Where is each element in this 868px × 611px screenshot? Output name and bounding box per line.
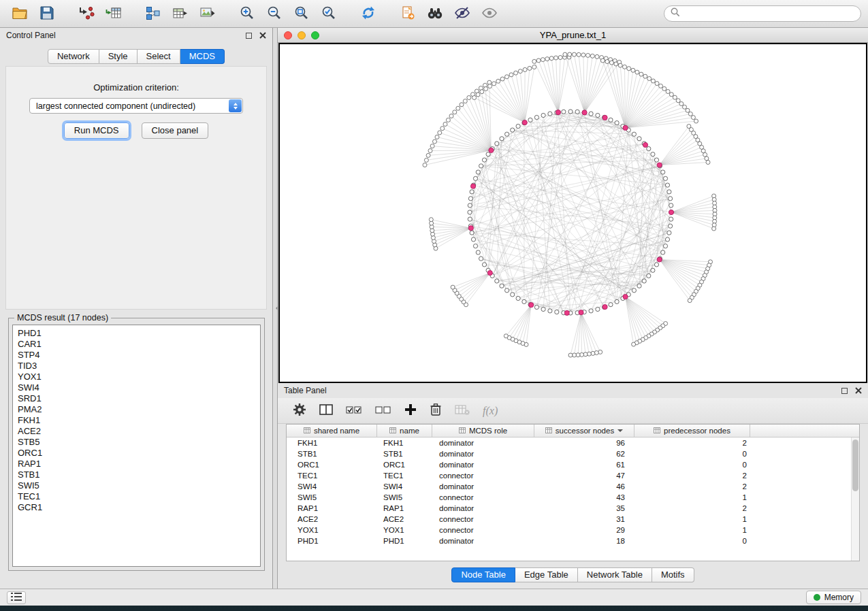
column-header-shared-name[interactable]: shared name — [287, 425, 377, 437]
mcds-result-item[interactable]: SRD1 — [18, 393, 255, 404]
table-cell: connector — [432, 515, 534, 523]
zoom-in-button[interactable] — [234, 3, 259, 24]
mcds-result-item[interactable]: GCR1 — [18, 502, 255, 513]
status-menu-button[interactable] — [7, 591, 26, 604]
zoom-out-button[interactable] — [261, 3, 287, 24]
table-cell: SWI4 — [377, 482, 432, 491]
float-table-panel-icon[interactable] — [841, 388, 848, 394]
window-zoom-light[interactable] — [311, 31, 319, 39]
mcds-result-item[interactable]: PMA2 — [18, 404, 255, 415]
delete-column-button[interactable] — [430, 403, 442, 418]
mcds-result-groupbox: MCDS result (17 nodes) PHD1CAR1STP4TID3Y… — [8, 318, 265, 571]
zoom-in-icon — [240, 5, 255, 22]
window-close-light[interactable] — [284, 31, 292, 39]
table-cell: 1 — [634, 515, 750, 523]
plus-icon — [404, 403, 417, 418]
table-row[interactable]: ORC1ORC1dominator610 — [287, 459, 859, 470]
mcds-result-item[interactable]: ACE2 — [18, 426, 255, 437]
mcds-result-item[interactable]: CAR1 — [18, 339, 255, 350]
mcds-result-item[interactable]: YOX1 — [18, 371, 255, 382]
table-scrollbar[interactable] — [851, 437, 859, 561]
deselect-all-button[interactable] — [375, 403, 391, 418]
optimization-criterion-label: Optimization criterion: — [6, 82, 266, 93]
run-mcds-button[interactable]: Run MCDS — [64, 122, 129, 139]
mcds-result-item[interactable]: SWI5 — [18, 480, 255, 491]
mcds-result-item[interactable]: SWI4 — [18, 382, 255, 393]
mcds-result-item[interactable]: ORC1 — [18, 448, 255, 459]
tab-edge-table[interactable]: Edge Table — [515, 567, 578, 582]
add-column-button[interactable] — [404, 403, 417, 418]
mcds-result-item[interactable]: TID3 — [18, 361, 255, 371]
import-network-button[interactable] — [74, 3, 99, 24]
vertical-splitter[interactable] — [273, 28, 278, 589]
table-settings-button[interactable] — [293, 403, 306, 418]
tab-network-table[interactable]: Network Table — [578, 567, 652, 582]
column-header-mcds-role[interactable]: MCDS role — [432, 425, 534, 437]
tab-select[interactable]: Select — [138, 49, 180, 64]
table-row[interactable]: PHD1PHD1dominator180 — [287, 535, 859, 546]
close-table-panel-icon[interactable] — [855, 387, 862, 394]
tab-node-table[interactable]: Node Table — [451, 567, 515, 582]
table-row[interactable]: SWI5SWI5connector431 — [287, 492, 859, 503]
tab-motifs[interactable]: Motifs — [652, 567, 694, 582]
tab-mcds[interactable]: MCDS — [180, 49, 225, 64]
new-network-button[interactable] — [140, 3, 165, 24]
table-cell: dominator — [432, 537, 534, 545]
show-columns-button[interactable] — [319, 403, 333, 418]
show-all-button[interactable] — [477, 3, 502, 24]
close-mcds-panel-button[interactable]: Close panel — [142, 122, 209, 139]
table-row[interactable]: RAP1RAP1dominator352 — [287, 503, 859, 514]
table-row[interactable]: FKH1FKH1dominator962 — [287, 437, 859, 448]
float-panel-icon[interactable] — [246, 33, 252, 39]
mcds-result-item[interactable]: STP4 — [18, 350, 255, 361]
open-folder-icon — [12, 5, 28, 22]
export-table-button[interactable] — [167, 3, 193, 24]
open-file-button[interactable] — [7, 3, 32, 24]
tab-style[interactable]: Style — [99, 49, 138, 64]
control-panel-title: Control Panel — [6, 31, 56, 40]
hide-selected-button[interactable] — [449, 3, 475, 24]
column-header-name[interactable]: name — [377, 425, 432, 437]
table-row[interactable]: ACE2ACE2connector311 — [287, 514, 859, 525]
window-minimize-light[interactable] — [298, 31, 306, 39]
table-cell: 31 — [534, 515, 634, 523]
table-row[interactable]: TEC1TEC1connector472 — [287, 470, 859, 481]
zoom-selected-button[interactable] — [316, 3, 341, 24]
find-button[interactable] — [422, 3, 447, 24]
search-input[interactable] — [684, 9, 854, 18]
column-header-successor-nodes[interactable]: successor nodes — [534, 425, 634, 437]
column-header-predecessor-nodes[interactable]: predecessor nodes — [634, 425, 750, 437]
delete-table-icon — [455, 403, 470, 418]
export-table-icon — [172, 5, 189, 22]
table-cell: PHD1 — [377, 537, 432, 545]
table-row[interactable]: STB1STB1dominator620 — [287, 448, 859, 459]
mcds-result-item[interactable]: STB1 — [18, 469, 255, 480]
table-row[interactable]: YOX1YOX1connector291 — [287, 525, 859, 535]
import-network-icon — [78, 5, 95, 22]
dropdown-stepper-icon — [229, 99, 242, 112]
scrollbar-thumb[interactable] — [852, 440, 858, 491]
mcds-result-item[interactable]: FKH1 — [18, 415, 255, 426]
mcds-result-list[interactable]: PHD1CAR1STP4TID3YOX1SWI4SRD1PMA2FKH1ACE2… — [12, 325, 261, 567]
select-all-button[interactable] — [346, 403, 362, 418]
table-row[interactable]: SWI4SWI4dominator462 — [287, 481, 859, 492]
table-cell: dominator — [432, 439, 534, 447]
mcds-result-item[interactable]: TEC1 — [18, 491, 255, 502]
mcds-result-item[interactable]: RAP1 — [18, 459, 255, 469]
tab-network[interactable]: Network — [48, 49, 99, 64]
mcds-result-item[interactable]: PHD1 — [18, 328, 255, 339]
clone-network-button[interactable] — [395, 3, 420, 24]
zoom-fit-button[interactable] — [289, 3, 314, 24]
save-session-button[interactable] — [34, 3, 59, 24]
sort-icon — [654, 427, 660, 435]
mcds-result-item[interactable]: STB5 — [18, 437, 255, 448]
table-cell: 46 — [534, 482, 634, 491]
import-table-button[interactable] — [101, 3, 126, 24]
network-canvas[interactable] — [278, 43, 867, 383]
export-image-button[interactable] — [195, 3, 220, 24]
refresh-view-button[interactable] — [355, 3, 381, 24]
memory-button[interactable]: Memory — [806, 591, 861, 604]
search-box[interactable] — [664, 5, 861, 22]
criterion-dropdown[interactable]: largest connected component (undirected) — [29, 98, 243, 114]
close-control-panel-icon[interactable] — [259, 32, 266, 39]
